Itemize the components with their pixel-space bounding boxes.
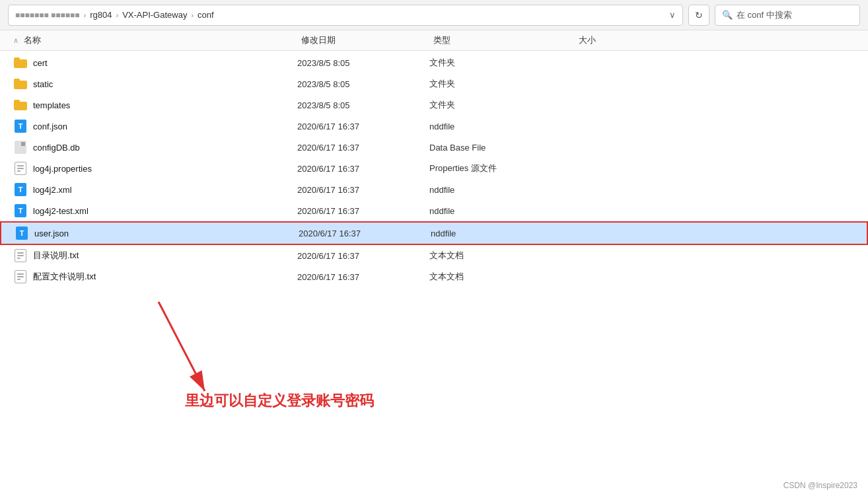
watermark: CSDN @Inspire2023 bbox=[783, 481, 857, 490]
path-gateway[interactable]: VX-API-Gateway bbox=[122, 10, 187, 20]
file-name: configDB.db bbox=[33, 143, 297, 153]
list-item[interactable]: Tuser.json2020/6/17 16:37nddfile bbox=[0, 221, 868, 245]
list-item[interactable]: static2023/8/5 8:05文件夹 bbox=[0, 73, 868, 94]
file-type: 文件夹 bbox=[429, 99, 575, 111]
ndd-icon: T bbox=[13, 119, 28, 133]
list-item[interactable]: 配置文件说明.txt2020/6/17 16:37文本文档 bbox=[0, 266, 868, 287]
list-item[interactable]: Tlog4j2-test.xml2020/6/17 16:37nddfile bbox=[0, 200, 868, 221]
annotation-text: 里边可以自定义登录账号密码 bbox=[185, 391, 374, 411]
path-sep-2: › bbox=[116, 11, 118, 19]
refresh-button[interactable]: ↻ bbox=[688, 5, 709, 26]
list-item[interactable]: configDB.db2020/6/17 16:37Data Base File bbox=[0, 137, 868, 158]
svg-line-1 bbox=[159, 302, 205, 391]
list-item[interactable]: Tlog4j2.xml2020/6/17 16:37nddfile bbox=[0, 179, 868, 200]
file-name: templates bbox=[33, 100, 297, 110]
list-item[interactable]: log4j.properties2020/6/17 16:37Propertie… bbox=[0, 158, 868, 179]
list-item[interactable]: cert2023/8/5 8:05文件夹 bbox=[0, 52, 868, 73]
file-type: nddfile bbox=[429, 185, 575, 195]
txt-icon bbox=[13, 248, 28, 263]
chevron-down-icon[interactable]: ∨ bbox=[669, 10, 676, 20]
address-path[interactable]: ■■■■■■■ ■■■■■■ › rg804 › VX-API-Gateway … bbox=[8, 5, 683, 26]
list-item[interactable]: 目录说明.txt2020/6/17 16:37文本文档 bbox=[0, 245, 868, 266]
address-bar: ■■■■■■■ ■■■■■■ › rg804 › VX-API-Gateway … bbox=[0, 0, 868, 30]
file-name: log4j2.xml bbox=[33, 185, 297, 195]
ndd-icon: T bbox=[13, 203, 28, 218]
file-date: 2023/8/5 8:05 bbox=[297, 79, 429, 89]
file-type: Data Base File bbox=[429, 143, 575, 153]
file-date: 2023/8/5 8:05 bbox=[297, 58, 429, 68]
list-item[interactable]: Tconf.json2020/6/17 16:37nddfile bbox=[0, 116, 868, 137]
file-list: cert2023/8/5 8:05文件夹static2023/8/5 8:05文… bbox=[0, 51, 868, 289]
file-type: Properties 源文件 bbox=[429, 162, 575, 174]
file-name: user.json bbox=[34, 229, 299, 238]
col-header-size[interactable]: 大小 bbox=[579, 34, 596, 46]
file-date: 2020/6/17 16:37 bbox=[297, 272, 429, 282]
search-placeholder: 在 conf 中搜索 bbox=[737, 9, 792, 21]
arrow-annotation bbox=[119, 295, 251, 401]
col-header-name[interactable]: 名称 bbox=[24, 34, 301, 46]
file-date: 2020/6/17 16:37 bbox=[297, 251, 429, 261]
folder-icon bbox=[13, 77, 28, 91]
file-name: 目录说明.txt bbox=[33, 250, 297, 262]
txt-icon bbox=[13, 269, 28, 284]
sort-arrow-icon[interactable]: ∧ bbox=[13, 36, 18, 45]
file-date: 2020/6/17 16:37 bbox=[297, 122, 429, 131]
folder-icon bbox=[13, 98, 28, 112]
db-icon bbox=[13, 140, 28, 155]
file-name: 配置文件说明.txt bbox=[33, 271, 297, 283]
column-headers: ∧ 名称 修改日期 类型 大小 bbox=[0, 30, 868, 51]
ndd-icon: T bbox=[15, 226, 29, 240]
file-date: 2020/6/17 16:37 bbox=[297, 164, 429, 174]
path-sep-1: › bbox=[84, 11, 87, 19]
list-item[interactable]: templates2023/8/5 8:05文件夹 bbox=[0, 94, 868, 116]
file-type: 文件夹 bbox=[429, 78, 575, 90]
file-type: 文本文档 bbox=[429, 271, 575, 283]
file-date: 2020/6/17 16:37 bbox=[299, 229, 431, 238]
file-date: 2020/6/17 16:37 bbox=[297, 143, 429, 153]
file-date: 2020/6/17 16:37 bbox=[297, 206, 429, 216]
search-box[interactable]: 🔍 在 conf 中搜索 bbox=[715, 5, 860, 26]
txt-icon bbox=[13, 161, 28, 176]
file-name: log4j.properties bbox=[33, 164, 297, 174]
file-type: nddfile bbox=[429, 122, 575, 131]
folder-icon bbox=[13, 55, 28, 70]
col-header-date[interactable]: 修改日期 bbox=[301, 34, 433, 46]
path-conf[interactable]: conf bbox=[198, 10, 214, 20]
path-sep-3: › bbox=[191, 11, 194, 19]
file-name: static bbox=[33, 79, 297, 89]
file-name: cert bbox=[33, 58, 297, 68]
file-type: 文件夹 bbox=[429, 57, 575, 69]
ndd-icon: T bbox=[13, 182, 28, 197]
file-date: 2023/8/5 8:05 bbox=[297, 100, 429, 110]
file-name: conf.json bbox=[33, 122, 297, 131]
file-type: 文本文档 bbox=[429, 250, 575, 262]
file-date: 2020/6/17 16:37 bbox=[297, 185, 429, 195]
col-header-type[interactable]: 类型 bbox=[433, 34, 579, 46]
path-rg804[interactable]: rg804 bbox=[90, 10, 112, 20]
path-prefix: ■■■■■■■ ■■■■■■ bbox=[15, 11, 80, 20]
file-name: log4j2-test.xml bbox=[33, 206, 297, 216]
file-type: nddfile bbox=[429, 206, 575, 216]
file-type: nddfile bbox=[431, 229, 576, 238]
search-icon: 🔍 bbox=[722, 10, 733, 20]
